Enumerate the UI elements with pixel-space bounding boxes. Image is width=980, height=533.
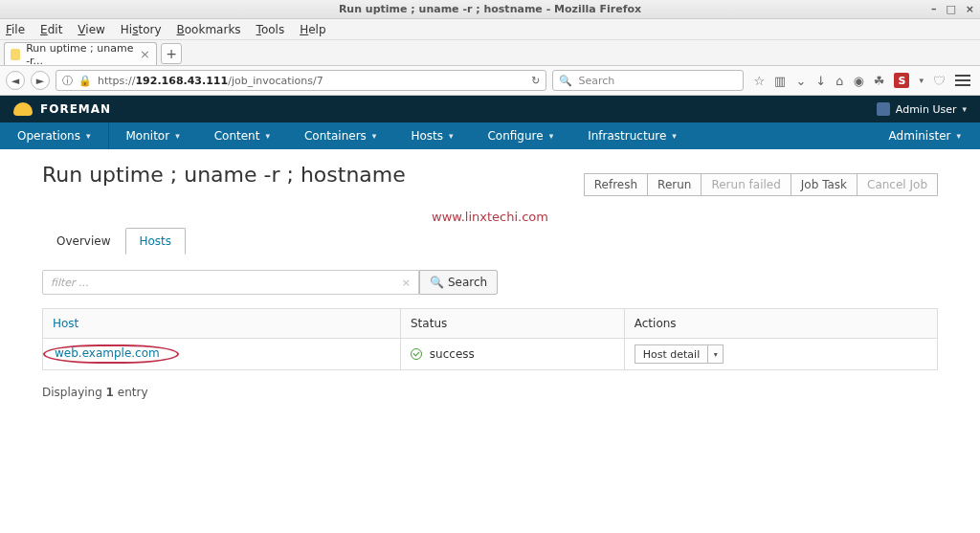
- rerun-failed-button[interactable]: Rerun failed: [702, 173, 791, 196]
- new-tab-button[interactable]: +: [161, 43, 182, 64]
- filter-row: filter ... × 🔍 Search: [42, 270, 938, 295]
- content-tabs: Overview Hosts: [42, 228, 938, 255]
- col-actions: Actions: [624, 309, 937, 339]
- filter-placeholder: filter ...: [51, 277, 89, 289]
- clear-filter-icon[interactable]: ×: [402, 277, 411, 289]
- forward-button[interactable]: ►: [31, 71, 50, 90]
- library-icon[interactable]: ▥: [774, 74, 786, 88]
- url-scheme: https://: [98, 75, 135, 87]
- chevron-down-icon: ▾: [549, 131, 554, 141]
- search-icon: 🔍: [430, 276, 444, 289]
- rerun-button[interactable]: Rerun: [648, 173, 702, 196]
- row-action-group: Host detail ▾: [635, 344, 724, 364]
- home-icon[interactable]: ⌂: [835, 74, 843, 88]
- address-bar[interactable]: ⓘ 🔒 https://192.168.43.111/job_invocatio…: [56, 70, 546, 91]
- nav-operations[interactable]: Operations▾: [0, 122, 109, 149]
- search-icon: 🔍: [559, 75, 572, 87]
- menu-help[interactable]: Help: [300, 23, 325, 36]
- chevron-down-icon: ▾: [372, 131, 377, 141]
- window-minimize-icon[interactable]: –: [931, 3, 937, 15]
- url-path: /job_invocations/7: [228, 75, 323, 87]
- nav-infrastructure[interactable]: Infrastructure▾: [570, 122, 694, 149]
- chevron-down-icon: ▾: [449, 131, 454, 141]
- page-content: Run uptime ; uname -r ; hostname Refresh…: [0, 149, 980, 418]
- pocket-icon[interactable]: ⌄: [795, 74, 806, 88]
- search-button[interactable]: 🔍 Search: [419, 270, 498, 295]
- app-navbar: Operations▾ Monitor▾ Content▾ Containers…: [0, 122, 980, 149]
- browser-toolbar: ◄ ► ⓘ 🔒 https://192.168.43.111/job_invoc…: [0, 65, 980, 96]
- cancel-job-button[interactable]: Cancel Job: [858, 173, 938, 196]
- menu-tools[interactable]: Tools: [256, 23, 285, 36]
- row-action-dropdown[interactable]: ▾: [708, 344, 724, 364]
- chevron-down-icon: ▾: [962, 104, 967, 114]
- tab-title: Run uptime ; uname -r...: [26, 42, 134, 67]
- tab-overview[interactable]: Overview: [42, 228, 125, 255]
- refresh-button[interactable]: Refresh: [584, 173, 648, 196]
- menu-history[interactable]: History: [121, 23, 162, 36]
- chevron-down-icon: ▾: [956, 131, 961, 141]
- info-icon[interactable]: ⓘ: [62, 74, 73, 88]
- nav-monitor[interactable]: Monitor▾: [109, 122, 197, 149]
- host-link[interactable]: web.example.com: [55, 346, 160, 360]
- browser-tabstrip: Run uptime ; uname -r... × +: [0, 40, 980, 65]
- chevron-down-icon: ▾: [86, 131, 91, 141]
- window-maximize-icon[interactable]: □: [946, 3, 955, 15]
- addon-paw-icon[interactable]: ☘: [874, 74, 885, 88]
- tab-close-icon[interactable]: ×: [140, 47, 150, 61]
- bookmark-star-icon[interactable]: ☆: [753, 74, 765, 88]
- tab-hosts[interactable]: Hosts: [125, 228, 187, 255]
- menu-edit[interactable]: Edit: [40, 23, 62, 36]
- menu-file[interactable]: File: [6, 23, 25, 36]
- nav-administer[interactable]: Administer▾: [889, 129, 980, 143]
- user-menu[interactable]: Admin User ▾: [877, 102, 967, 116]
- brand-logo[interactable]: FOREMAN: [13, 102, 111, 116]
- search-label: Search: [448, 276, 487, 289]
- window-title: Run uptime ; uname -r ; hostname - Mozil…: [339, 3, 641, 15]
- status-text: success: [430, 347, 475, 361]
- nav-hosts[interactable]: Hosts▾: [393, 122, 470, 149]
- browser-tab-active[interactable]: Run uptime ; uname -r... ×: [4, 42, 157, 65]
- browser-search-box[interactable]: 🔍 Search: [552, 70, 744, 91]
- brand-name: FOREMAN: [40, 102, 111, 116]
- col-status[interactable]: Status: [401, 309, 625, 339]
- search-placeholder: Search: [578, 75, 614, 87]
- addon-dropdown-icon[interactable]: ▾: [919, 76, 924, 85]
- nav-containers[interactable]: Containers▾: [287, 122, 393, 149]
- tab-favicon-icon: [11, 49, 20, 60]
- chevron-down-icon: ▾: [175, 131, 180, 141]
- display-info: Displaying 1 entry: [42, 386, 938, 399]
- lock-icon: 🔒: [78, 75, 92, 87]
- addon-circle-icon[interactable]: ◉: [853, 74, 863, 88]
- addon-s-icon[interactable]: S: [894, 73, 909, 88]
- back-button[interactable]: ◄: [6, 71, 25, 90]
- hosts-table: Host Status Actions web.example.com succ…: [42, 308, 938, 370]
- app-brandbar: FOREMAN Admin User ▾: [0, 96, 980, 122]
- watermark-text: www.linxtechi.com: [42, 210, 938, 224]
- window-titlebar: Run uptime ; uname -r ; hostname - Mozil…: [0, 0, 980, 19]
- window-close-icon[interactable]: ×: [966, 3, 974, 15]
- nav-configure[interactable]: Configure▾: [470, 122, 570, 149]
- hamburger-menu-icon[interactable]: [955, 75, 970, 86]
- host-detail-button[interactable]: Host detail: [635, 344, 708, 364]
- user-label: Admin User: [896, 103, 957, 116]
- browser-menubar: File Edit View History Bookmarks Tools H…: [0, 19, 980, 40]
- url-host: 192.168.43.111: [135, 75, 228, 87]
- table-row: web.example.com success Host detail ▾: [43, 339, 938, 370]
- host-highlight-annotation: web.example.com: [43, 344, 179, 364]
- downloads-icon[interactable]: ↓: [815, 74, 826, 88]
- chevron-down-icon: ▾: [265, 131, 270, 141]
- chevron-down-icon: ▾: [672, 131, 677, 141]
- success-icon: [411, 348, 422, 360]
- reload-icon[interactable]: ↻: [531, 75, 540, 87]
- job-task-button[interactable]: Job Task: [791, 173, 858, 196]
- menu-view[interactable]: View: [78, 23, 104, 36]
- shield-icon[interactable]: 🛡: [933, 74, 946, 88]
- filter-input[interactable]: filter ... ×: [42, 270, 419, 295]
- menu-bookmarks[interactable]: Bookmarks: [177, 23, 241, 36]
- helmet-icon: [13, 102, 33, 116]
- col-host[interactable]: Host: [43, 309, 401, 339]
- nav-content[interactable]: Content▾: [197, 122, 287, 149]
- user-avatar-icon: [877, 102, 890, 116]
